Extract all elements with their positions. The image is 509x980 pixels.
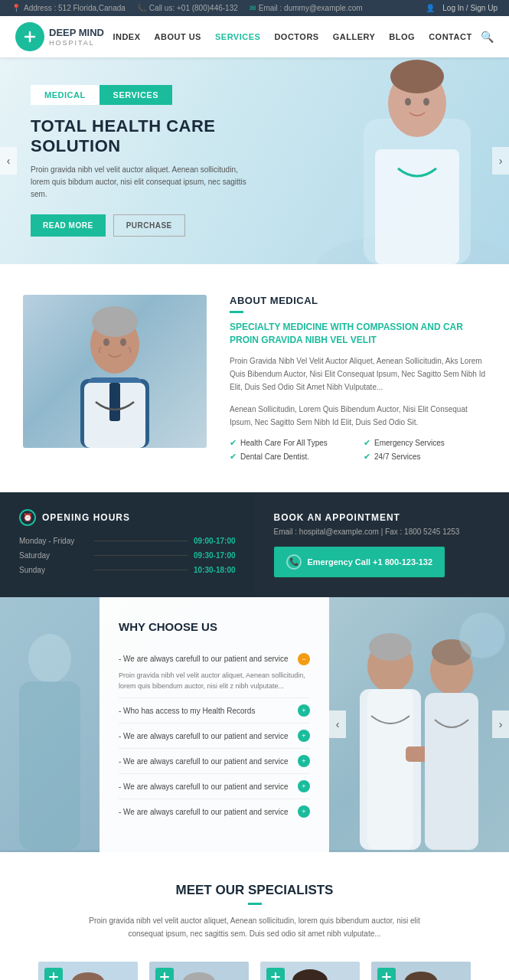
appt-title: BOOK AN APPOINTMENT xyxy=(274,512,491,523)
email-icon: ✉ xyxy=(250,4,256,12)
why-prev-arrow[interactable]: ‹ xyxy=(329,710,346,738)
hero-tab-medical[interactable]: MEDICAL xyxy=(31,85,100,105)
read-more-button[interactable]: READ MORE xyxy=(31,214,106,237)
user-icon: 👤 xyxy=(426,4,435,12)
check-icon-3: ✔ xyxy=(230,452,237,462)
check-icon-2: ✔ xyxy=(364,438,370,448)
specialist-card-3: Dr. Johan Doe Hepatologist xyxy=(260,962,360,980)
nav-doctors[interactable]: DOCTORS xyxy=(274,32,318,41)
why-item-2: - Who has access to my Health Records + xyxy=(119,698,310,724)
nav-blog[interactable]: BLOG xyxy=(389,32,415,41)
why-expand-icon-2: + xyxy=(298,704,310,717)
nav-about[interactable]: ABOUT US xyxy=(155,32,201,41)
nav-index[interactable]: INDEX xyxy=(113,32,140,41)
svg-point-15 xyxy=(120,338,126,346)
specialists-divider xyxy=(248,903,262,905)
check-icon-4: ✔ xyxy=(364,452,370,462)
hero-doctor-image xyxy=(318,57,509,264)
top-bar-left: 📍 Address : 512 Florida,Canada 📞 Call us… xyxy=(11,4,363,12)
email-info: ✉ Email : dummy@example.com xyxy=(250,4,363,12)
svg-rect-26 xyxy=(425,693,478,850)
svg-point-7 xyxy=(423,98,429,106)
specialist-card-1: Dr. Johan Doe Hepatologist xyxy=(38,962,138,980)
why-item-1-body: Proin gravida nibh vel velit auctor aliq… xyxy=(119,670,310,692)
why-item-3-header[interactable]: - We are always carefull to our patient … xyxy=(119,730,310,742)
hero-section: ‹ MEDICAL SERVICES TOTAL HEALTH CARE SOL… xyxy=(0,57,509,264)
hours-row-1: Monday - Friday 09:00-17:00 xyxy=(19,537,236,545)
why-item-1: - We are always carefull to our patient … xyxy=(119,647,310,699)
hero-title: TOTAL HEALTH CARE SOLUTION xyxy=(31,116,257,157)
emergency-button[interactable]: 📞 Emergency Call +1 800-123-132 xyxy=(274,547,445,577)
why-title: WHY CHOOSE US xyxy=(119,620,310,633)
about-content: ABOUT MEDICAL SPECIALTY MEDICINE WITH CO… xyxy=(230,295,486,462)
top-bar-right: 👤 Log In / Sign Up xyxy=(426,4,498,12)
hours-section: ⏰ OPENING HOURS Monday - Friday 09:00-17… xyxy=(0,492,509,597)
why-spacer xyxy=(0,597,100,852)
feature-3: ✔Dental Care Dentist. xyxy=(230,452,352,462)
why-expand-icon-1: − xyxy=(298,653,310,665)
hours-row-3: Sunday 10:30-18:00 xyxy=(19,566,236,574)
svg-point-5 xyxy=(390,60,444,93)
why-item-6: - We are always carefull to our patient … xyxy=(119,799,310,824)
nav-gallery[interactable]: GALLERY xyxy=(333,32,376,41)
purchase-button[interactable]: PURCHASE xyxy=(113,214,185,237)
why-item-4: - We are always carefull to our patient … xyxy=(119,749,310,774)
why-item-3: - We are always carefull to our patient … xyxy=(119,724,310,749)
about-photo xyxy=(23,295,207,448)
hero-buttons: READ MORE PURCHASE xyxy=(31,214,257,237)
specialists-title: MEET OUR SPECIALISTS xyxy=(23,883,486,898)
why-expand-icon-4: + xyxy=(298,755,310,767)
hero-tab-services[interactable]: SERVICES xyxy=(100,85,172,105)
phone-icon: 📞 xyxy=(137,4,146,12)
hero-content: MEDICAL SERVICES TOTAL HEALTH CARE SOLUT… xyxy=(0,62,280,260)
svg-point-29 xyxy=(475,624,505,655)
login-link[interactable]: Log In / Sign Up xyxy=(442,4,498,12)
top-bar: 📍 Address : 512 Florida,Canada 📞 Call us… xyxy=(0,0,509,16)
svg-rect-22 xyxy=(367,689,413,850)
why-left: WHY CHOOSE US - We are always carefull t… xyxy=(100,597,329,852)
why-item-1-header[interactable]: - We are always carefull to our patient … xyxy=(119,653,310,665)
nav-services[interactable]: SERVICES xyxy=(215,32,260,41)
svg-point-14 xyxy=(103,338,109,346)
svg-point-13 xyxy=(92,306,138,337)
address-info: 📍 Address : 512 Florida,Canada xyxy=(11,4,126,12)
svg-rect-12 xyxy=(109,383,120,421)
hours-title: OPENING HOURS xyxy=(42,512,130,523)
logo: DEEP MIND HOSPITAL xyxy=(15,22,104,51)
specialist-badge-4 xyxy=(377,968,396,980)
why-expand-icon-6: + xyxy=(298,805,310,818)
why-expand-icon-5: + xyxy=(298,780,310,792)
emergency-phone-icon: 📞 xyxy=(286,554,302,570)
why-item-2-header[interactable]: - Who has access to my Health Records + xyxy=(119,704,310,717)
specialist-badge-3 xyxy=(266,968,285,980)
hero-desc: Proin gravida nibh vel velit auctor aliq… xyxy=(31,164,257,201)
about-label: ABOUT MEDICAL xyxy=(230,295,486,306)
why-item-5-header[interactable]: - We are always carefull to our patient … xyxy=(119,780,310,792)
about-section: ABOUT MEDICAL SPECIALTY MEDICINE WITH CO… xyxy=(0,264,509,492)
specialist-card-4: Dr. Johan Doe Hepatologist xyxy=(371,962,471,980)
about-text2: Aenean Sollicitudin, Lorem Quis Bibendum… xyxy=(230,403,486,429)
feature-2: ✔Emergency Services xyxy=(364,438,486,448)
why-item-5: - We are always carefull to our patient … xyxy=(119,774,310,799)
search-icon[interactable]: 🔍 xyxy=(481,31,494,43)
nav-links: INDEX ABOUT US SERVICES DOCTORS GALLERY … xyxy=(113,32,471,41)
why-next-arrow[interactable]: › xyxy=(492,710,509,738)
specialist-card-2: Dr. Johan Doe Hepatologist xyxy=(149,962,249,980)
why-item-4-header[interactable]: - We are always carefull to our patient … xyxy=(119,755,310,767)
svg-rect-4 xyxy=(375,149,459,264)
svg-point-23 xyxy=(369,633,412,661)
nav-contact[interactable]: CONTACT xyxy=(429,32,471,41)
svg-point-6 xyxy=(405,98,411,106)
location-icon: 📍 xyxy=(11,4,21,12)
hero-next-arrow[interactable]: › xyxy=(492,147,509,175)
about-divider xyxy=(230,311,243,313)
specialist-photo-4 xyxy=(371,962,471,980)
about-features: ✔Health Care For All Types ✔Emergency Se… xyxy=(230,438,486,462)
specialist-photo-3 xyxy=(260,962,360,980)
phone-info: 📞 Call us: +01 (800)446-132 xyxy=(137,4,238,12)
specialist-badge-2 xyxy=(155,968,174,980)
hours-left: ⏰ OPENING HOURS Monday - Friday 09:00-17… xyxy=(0,492,255,597)
main-nav: DEEP MIND HOSPITAL INDEX ABOUT US SERVIC… xyxy=(0,16,509,57)
specialist-photo-1 xyxy=(38,962,138,980)
why-item-6-header[interactable]: - We are always carefull to our patient … xyxy=(119,805,310,818)
